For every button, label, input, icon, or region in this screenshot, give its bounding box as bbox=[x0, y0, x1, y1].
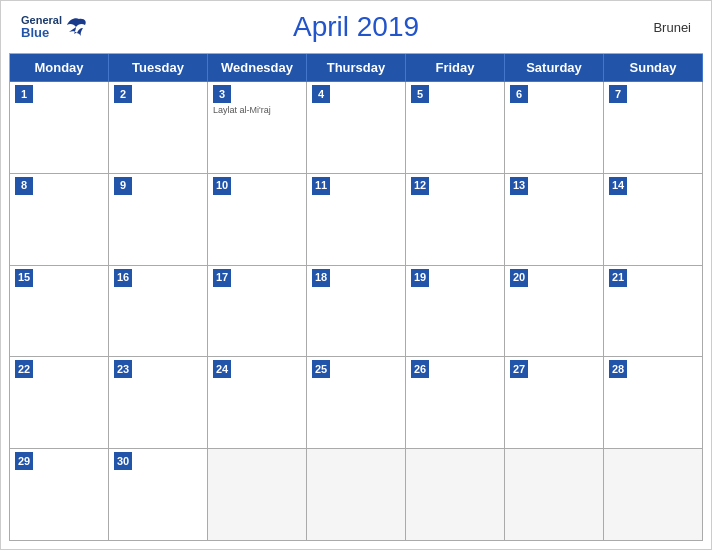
week-row-5: 2930 bbox=[10, 449, 703, 541]
day-number: 16 bbox=[114, 269, 132, 287]
day-cell: 17 bbox=[208, 266, 307, 357]
day-cell: 1 bbox=[10, 82, 109, 173]
day-number: 11 bbox=[312, 177, 330, 195]
week-row-3: 15161718192021 bbox=[10, 266, 703, 358]
day-cell: 8 bbox=[10, 174, 109, 265]
day-cell: 3Laylat al-Mi'raj bbox=[208, 82, 307, 173]
day-number: 3 bbox=[213, 85, 231, 103]
day-number: 6 bbox=[510, 85, 528, 103]
day-cell: 10 bbox=[208, 174, 307, 265]
day-cell bbox=[208, 449, 307, 540]
day-number: 15 bbox=[15, 269, 33, 287]
day-cell: 24 bbox=[208, 357, 307, 448]
day-number: 7 bbox=[609, 85, 627, 103]
day-number: 29 bbox=[15, 452, 33, 470]
day-header-monday: Monday bbox=[10, 54, 109, 82]
day-number: 20 bbox=[510, 269, 528, 287]
day-header-saturday: Saturday bbox=[505, 54, 604, 82]
day-cell bbox=[406, 449, 505, 540]
day-cell bbox=[505, 449, 604, 540]
day-cell: 18 bbox=[307, 266, 406, 357]
day-header-sunday: Sunday bbox=[604, 54, 703, 82]
day-cell: 22 bbox=[10, 357, 109, 448]
day-cell: 11 bbox=[307, 174, 406, 265]
day-cell: 6 bbox=[505, 82, 604, 173]
day-header-friday: Friday bbox=[406, 54, 505, 82]
day-number: 13 bbox=[510, 177, 528, 195]
day-cell: 27 bbox=[505, 357, 604, 448]
day-number: 27 bbox=[510, 360, 528, 378]
day-number: 9 bbox=[114, 177, 132, 195]
day-cell: 13 bbox=[505, 174, 604, 265]
logo-blue-text: Blue bbox=[21, 26, 62, 39]
calendar-container: General Blue April 2019 Brunei Monday Tu… bbox=[0, 0, 712, 550]
calendar-title: April 2019 bbox=[293, 11, 419, 43]
day-number: 4 bbox=[312, 85, 330, 103]
day-header-thursday: Thursday bbox=[307, 54, 406, 82]
day-number: 17 bbox=[213, 269, 231, 287]
day-number: 18 bbox=[312, 269, 330, 287]
day-header-tuesday: Tuesday bbox=[109, 54, 208, 82]
day-number: 19 bbox=[411, 269, 429, 287]
day-number: 10 bbox=[213, 177, 231, 195]
day-cell: 28 bbox=[604, 357, 703, 448]
calendar-body: 123Laylat al-Mi'raj456789101112131415161… bbox=[10, 82, 703, 541]
day-number: 30 bbox=[114, 452, 132, 470]
calendar-grid: Monday Tuesday Wednesday Thursday Friday… bbox=[9, 53, 703, 541]
day-number: 23 bbox=[114, 360, 132, 378]
day-number: 26 bbox=[411, 360, 429, 378]
day-cell: 14 bbox=[604, 174, 703, 265]
day-cell: 12 bbox=[406, 174, 505, 265]
day-cell: 16 bbox=[109, 266, 208, 357]
day-cell: 4 bbox=[307, 82, 406, 173]
country-label: Brunei bbox=[653, 20, 691, 35]
week-row-2: 891011121314 bbox=[10, 174, 703, 266]
day-header-wednesday: Wednesday bbox=[208, 54, 307, 82]
day-cell: 23 bbox=[109, 357, 208, 448]
day-cell: 2 bbox=[109, 82, 208, 173]
day-cell: 30 bbox=[109, 449, 208, 540]
day-cell: 25 bbox=[307, 357, 406, 448]
day-cell: 7 bbox=[604, 82, 703, 173]
logo-area: General Blue bbox=[21, 15, 93, 39]
day-number: 2 bbox=[114, 85, 132, 103]
day-number: 21 bbox=[609, 269, 627, 287]
day-number: 1 bbox=[15, 85, 33, 103]
day-cell: 20 bbox=[505, 266, 604, 357]
day-cell: 9 bbox=[109, 174, 208, 265]
calendar-header: General Blue April 2019 Brunei bbox=[1, 1, 711, 53]
day-number: 24 bbox=[213, 360, 231, 378]
day-number: 28 bbox=[609, 360, 627, 378]
logo-bird-icon bbox=[65, 17, 93, 37]
day-cell bbox=[307, 449, 406, 540]
day-number: 25 bbox=[312, 360, 330, 378]
day-cell: 29 bbox=[10, 449, 109, 540]
holiday-label: Laylat al-Mi'raj bbox=[213, 105, 301, 116]
day-number: 5 bbox=[411, 85, 429, 103]
day-number: 12 bbox=[411, 177, 429, 195]
day-cell bbox=[604, 449, 703, 540]
day-number: 14 bbox=[609, 177, 627, 195]
day-number: 8 bbox=[15, 177, 33, 195]
week-row-1: 123Laylat al-Mi'raj4567 bbox=[10, 82, 703, 174]
week-row-4: 22232425262728 bbox=[10, 357, 703, 449]
day-cell: 19 bbox=[406, 266, 505, 357]
day-number: 22 bbox=[15, 360, 33, 378]
days-header: Monday Tuesday Wednesday Thursday Friday… bbox=[10, 54, 703, 82]
day-cell: 21 bbox=[604, 266, 703, 357]
day-cell: 5 bbox=[406, 82, 505, 173]
day-cell: 15 bbox=[10, 266, 109, 357]
day-cell: 26 bbox=[406, 357, 505, 448]
